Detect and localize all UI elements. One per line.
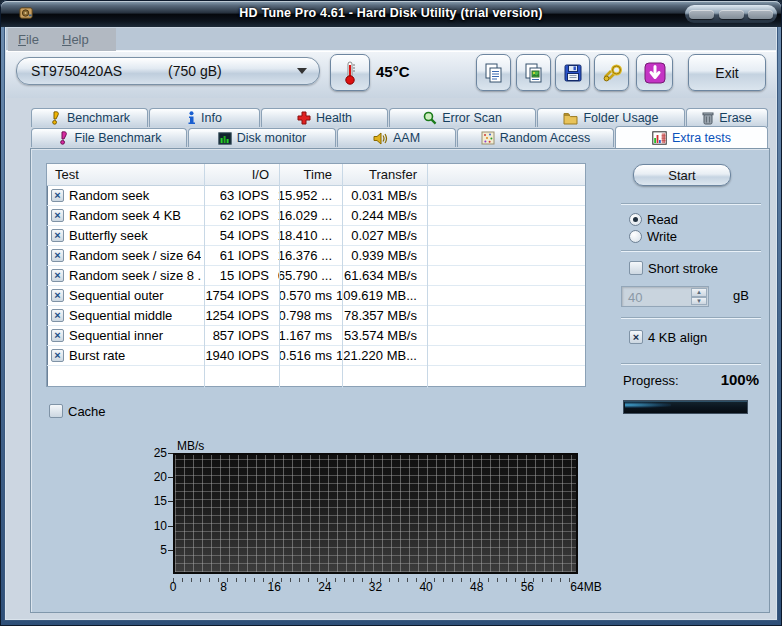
table-row[interactable]: ×Sequential outer1754 IOPS0.570 ms109.61… xyxy=(47,286,585,306)
cell-io: 1940 IOPS xyxy=(205,348,269,363)
table-row[interactable]: ×Sequential inner857 IOPS1.167 ms53.574 … xyxy=(47,326,585,346)
close-button[interactable] xyxy=(748,10,773,19)
y-tick-mark xyxy=(168,477,173,478)
table-row[interactable]: ×Sequential middle1254 IOPS0.798 ms78.35… xyxy=(47,306,585,326)
title-bar[interactable]: HD Tune Pro 4.61 - Hard Disk Utility (tr… xyxy=(1,1,781,27)
aam-icon xyxy=(373,132,388,145)
read-radio[interactable] xyxy=(629,213,642,226)
row-checkbox[interactable]: × xyxy=(51,229,64,242)
progress-label: Progress: xyxy=(623,373,679,388)
menu-help[interactable]: Help xyxy=(62,32,89,47)
cell-time: 16.029 ... xyxy=(278,208,332,223)
cell-transfer: 53.574 MB/s xyxy=(344,328,417,343)
erase-icon xyxy=(702,111,714,125)
cell-transfer: 109.619 MB... xyxy=(336,288,417,303)
cell-time: 1.167 ms xyxy=(279,328,332,343)
write-radio[interactable] xyxy=(629,230,642,243)
table-row[interactable]: ×Random seek / size 8 ...15 IOPS65.790 .… xyxy=(47,266,585,286)
tab-extra-tests[interactable]: Extra tests xyxy=(615,126,768,148)
temperature-button[interactable] xyxy=(330,54,370,91)
tab-label: AAM xyxy=(393,131,420,145)
tab-aam[interactable]: AAM xyxy=(337,128,456,147)
tab-file-benchmark[interactable]: File Benchmark xyxy=(31,128,187,147)
align-4kb-checkbox[interactable]: × xyxy=(629,330,643,344)
download-button[interactable] xyxy=(636,54,673,91)
disk-monitor-icon xyxy=(218,132,232,145)
minimize-button[interactable] xyxy=(689,10,714,19)
y-tick-label: 20 xyxy=(133,470,167,484)
cell-time: 65.790 ... xyxy=(278,268,332,283)
cell-test: Burst rate xyxy=(69,348,201,363)
row-checkbox[interactable]: × xyxy=(51,209,64,222)
table-row[interactable]: ×Random seek63 IOPS15.952 ...0.031 MB/s xyxy=(47,186,585,206)
row-checkbox[interactable]: × xyxy=(51,329,64,342)
table-header[interactable]: TestI/OTimeTransfer xyxy=(47,164,585,186)
tab-health[interactable]: Health xyxy=(261,108,388,127)
separator xyxy=(621,363,761,365)
tab-benchmark[interactable]: Benchmark xyxy=(31,108,148,127)
cell-transfer: 0.027 MB/s xyxy=(351,228,417,243)
row-checkbox[interactable]: × xyxy=(51,309,64,322)
maximize-button[interactable] xyxy=(719,10,744,19)
row-checkbox[interactable]: × xyxy=(51,249,64,262)
column-header-io[interactable]: I/O xyxy=(252,167,269,182)
tab-error-scan[interactable]: Error Scan xyxy=(389,108,536,127)
cell-io: 1754 IOPS xyxy=(205,288,269,303)
cell-test: Sequential middle xyxy=(69,308,201,323)
tab-folder-usage[interactable]: Folder Usage xyxy=(537,108,685,127)
save-button[interactable] xyxy=(555,54,590,91)
column-header-time[interactable]: Time xyxy=(304,167,332,182)
copy-image-button[interactable] xyxy=(516,54,551,91)
row-checkbox[interactable]: × xyxy=(51,269,64,282)
table-row[interactable]: ×Butterfly seek54 IOPS18.410 ...0.027 MB… xyxy=(47,226,585,246)
x-tick-label: 16 xyxy=(251,580,297,594)
table-row[interactable]: ×Burst rate1940 IOPS0.516 ms121.220 MB..… xyxy=(47,346,585,366)
cell-transfer: 0.244 MB/s xyxy=(351,208,417,223)
menu-file[interactable]: File xyxy=(18,32,39,47)
stepper-down-button[interactable]: ▼ xyxy=(691,297,707,306)
column-header-test[interactable]: Test xyxy=(55,167,79,182)
table-row[interactable]: ×Random seek / size 64...61 IOPS16.376 .… xyxy=(47,246,585,266)
drive-select[interactable]: ST9750420AS (750 gB) xyxy=(16,57,320,85)
y-tick-mark xyxy=(168,501,173,502)
separator xyxy=(621,203,761,205)
progress-glint xyxy=(625,402,671,408)
align-4kb-label: 4 KB align xyxy=(648,330,707,345)
cell-io: 62 IOPS xyxy=(220,208,269,223)
progress-bar xyxy=(623,400,748,414)
tab-erase[interactable]: Erase xyxy=(686,108,768,127)
x-tick-label: 64MB xyxy=(563,580,609,594)
random-access-icon xyxy=(481,131,495,145)
tab-random-access[interactable]: Random Access xyxy=(457,128,614,147)
cache-checkbox[interactable] xyxy=(49,404,63,418)
row-checkbox[interactable]: × xyxy=(51,349,64,362)
row-checkbox[interactable]: × xyxy=(51,289,64,302)
x-tick-label: 24 xyxy=(302,580,348,594)
y-tick-mark xyxy=(168,453,173,454)
column-header-transfer[interactable]: Transfer xyxy=(369,167,417,182)
row-checkbox[interactable]: × xyxy=(51,189,64,202)
stepper-up-button[interactable]: ▲ xyxy=(691,288,707,297)
column-separator xyxy=(342,164,343,388)
x-tick-label: 40 xyxy=(403,580,449,594)
tab-info[interactable]: Info xyxy=(149,108,260,127)
exit-button[interactable]: Exit xyxy=(688,54,766,91)
table-row[interactable]: ×Random seek 4 KB62 IOPS16.029 ...0.244 … xyxy=(47,206,585,226)
tab-label: Info xyxy=(201,111,222,125)
app-window: HD Tune Pro 4.61 - Hard Disk Utility (tr… xyxy=(0,0,782,626)
cell-test: Sequential inner xyxy=(69,328,201,343)
short-stroke-stepper[interactable]: 40 ▲ ▼ xyxy=(621,286,709,307)
folder-usage-icon xyxy=(563,112,578,125)
start-button[interactable]: Start xyxy=(633,164,731,186)
copy-text-button[interactable] xyxy=(476,54,511,91)
tab-label: Folder Usage xyxy=(583,111,658,125)
options-button[interactable] xyxy=(594,54,629,91)
extra-tests-icon xyxy=(652,131,667,145)
tab-label: Error Scan xyxy=(442,111,502,125)
separator xyxy=(621,250,761,252)
tab-disk-monitor[interactable]: Disk monitor xyxy=(188,128,336,147)
cell-io: 1254 IOPS xyxy=(205,308,269,323)
benchmark-icon xyxy=(49,111,62,125)
short-stroke-checkbox[interactable] xyxy=(629,261,643,275)
error-scan-icon xyxy=(423,111,437,125)
